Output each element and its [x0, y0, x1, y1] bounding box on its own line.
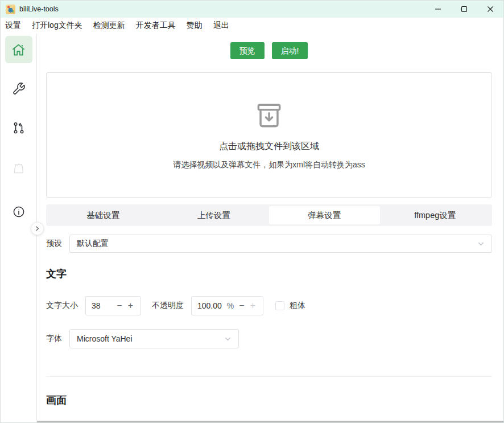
preset-select[interactable]: 默认配置 [69, 235, 492, 253]
font-size-input[interactable] [92, 301, 115, 310]
minimize-icon [435, 6, 441, 13]
maximize-icon [461, 6, 468, 13]
text-section-title: 文字 [46, 267, 492, 281]
settings-tabs: 基础设置 上传设置 弹幕设置 ffmpeg设置 [46, 204, 492, 226]
wrench-icon [12, 82, 26, 96]
home-icon [11, 42, 26, 58]
sidebar-item-about[interactable] [5, 198, 32, 225]
text-controls-row: 文字大小 − + 不透明度 % − + 粗体 [46, 296, 492, 315]
dropzone-subtitle: 请选择视频以及弹幕文件，如果为xml将自动转换为ass [173, 160, 365, 170]
menubar: 设置 打开log文件夹 检测更新 开发者工具 赞助 退出 [1, 18, 503, 34]
start-button[interactable]: 启动! [272, 42, 308, 59]
font-family-label: 字体 [46, 334, 62, 344]
opacity-label: 不透明度 [152, 301, 184, 311]
preset-value: 默认配置 [77, 239, 477, 249]
chevron-down-icon [477, 240, 485, 248]
bold-checkbox[interactable] [275, 301, 284, 310]
minimize-button[interactable] [425, 1, 451, 18]
font-family-select[interactable]: Microsoft YaHei [69, 329, 239, 348]
chevron-right-icon [34, 225, 40, 232]
menu-item-open-log-folder[interactable]: 打开log文件夹 [32, 20, 82, 31]
app-logo-icon [6, 5, 15, 14]
file-dropzone[interactable]: 点击或拖拽文件到该区域 请选择视频以及弹幕文件，如果为xml将自动转换为ass [46, 72, 492, 198]
box-download-icon [253, 100, 285, 132]
opacity-suffix: % [227, 301, 234, 310]
tab-ffmpeg-settings[interactable]: ffmpeg设置 [380, 206, 491, 224]
chevron-down-icon [224, 335, 232, 343]
action-buttons: 预览 启动! [46, 42, 492, 59]
menu-item-exit[interactable]: 退出 [213, 20, 229, 31]
font-size-decrease-button[interactable]: − [115, 301, 123, 310]
sidebar-item-tools[interactable] [5, 75, 32, 102]
horizontal-scrollbar[interactable] [37, 421, 503, 422]
menu-item-sponsor[interactable]: 赞助 [187, 20, 203, 31]
tab-basic-settings[interactable]: 基础设置 [48, 206, 159, 224]
maximize-button[interactable] [451, 1, 477, 18]
font-size-increase-button[interactable]: + [126, 301, 135, 310]
sidebar-item-home[interactable] [5, 36, 32, 63]
close-icon [487, 6, 494, 13]
opacity-input-box: % − + [191, 296, 263, 315]
dropzone-title: 点击或拖拽文件到该区域 [219, 141, 319, 153]
opacity-decrease-button[interactable]: − [237, 301, 246, 310]
sidebar-item-sync[interactable] [5, 114, 32, 142]
main-panel: 预览 启动! 点击或拖拽文件到该区域 请选择视频以及弹幕文件，如果为xml将自动… [37, 34, 503, 422]
menu-item-devtools[interactable]: 开发者工具 [136, 20, 176, 31]
content-area: 预览 启动! 点击或拖拽文件到该区域 请选择视频以及弹幕文件，如果为xml将自动… [1, 34, 503, 422]
preset-row: 预设 默认配置 [46, 235, 492, 253]
section-divider [46, 376, 492, 377]
font-size-label: 文字大小 [46, 301, 78, 311]
menu-item-settings[interactable]: 设置 [5, 20, 21, 31]
info-icon [12, 205, 26, 219]
font-row: 字体 Microsoft YaHei [46, 329, 492, 348]
faded-shape-icon [11, 161, 26, 175]
opacity-input[interactable] [197, 301, 226, 310]
preview-button[interactable]: 预览 [230, 42, 265, 59]
preset-label: 预设 [46, 239, 62, 249]
font-size-input-box: − + [85, 296, 141, 315]
menu-item-check-update[interactable]: 检测更新 [93, 20, 125, 31]
tab-danmaku-settings[interactable]: 弹幕设置 [269, 206, 380, 224]
app-window: biliLive-tools 设置 打开log文件夹 检测更新 开发者工具 赞助… [0, 0, 504, 423]
close-button[interactable] [477, 1, 503, 18]
font-family-value: Microsoft YaHei [77, 334, 224, 343]
tab-upload-settings[interactable]: 上传设置 [159, 206, 270, 224]
bold-label: 粗体 [290, 301, 305, 311]
sidebar-item-trim[interactable] [5, 154, 32, 182]
sidebar-expand-button[interactable] [31, 222, 44, 235]
opacity-increase-button[interactable]: + [249, 301, 257, 310]
screen-section-title: 画面 [46, 393, 492, 407]
titlebar: biliLive-tools [1, 1, 503, 18]
window-controls [425, 1, 503, 18]
git-branch-icon [12, 121, 26, 135]
window-title: biliLive-tools [19, 5, 59, 13]
